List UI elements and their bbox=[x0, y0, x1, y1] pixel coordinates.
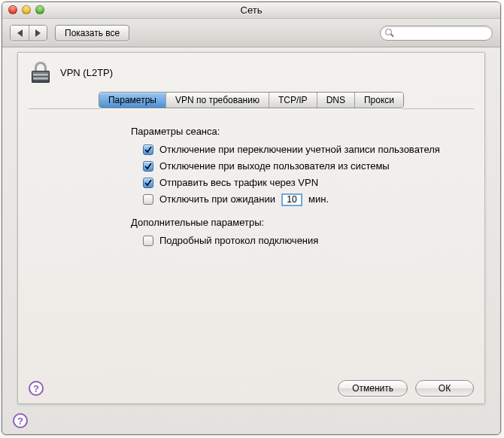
cancel-button[interactable]: Отменить bbox=[338, 380, 408, 397]
window-footer: ? bbox=[2, 407, 500, 434]
minimize-icon[interactable] bbox=[22, 5, 31, 14]
check-icon bbox=[144, 146, 152, 154]
tab-options[interactable]: Параметры bbox=[99, 93, 165, 108]
label-send-all-traffic: Отправить весь трафик через VPN bbox=[159, 176, 318, 190]
tab-proxies[interactable]: Прокси bbox=[354, 93, 403, 108]
checkbox-disconnect-on-switch[interactable] bbox=[143, 144, 153, 155]
check-icon bbox=[144, 163, 152, 170]
search-field[interactable] bbox=[380, 26, 493, 41]
options-pane: Параметры сеанса: Отключение при переклю… bbox=[18, 109, 484, 261]
label-verbose-logging: Подробный протокол подключения bbox=[159, 234, 318, 248]
label-disconnect-on-logout: Отключение при выходе пользователя из си… bbox=[159, 160, 390, 173]
sheet-bottombar: ? Отменить ОК bbox=[18, 373, 484, 403]
advanced-section-title: Дополнительные параметры: bbox=[131, 217, 463, 228]
show-all-button[interactable]: Показать все bbox=[55, 25, 129, 41]
zoom-icon[interactable] bbox=[35, 5, 44, 14]
checkbox-send-all-traffic[interactable] bbox=[143, 178, 153, 188]
tab-on-demand[interactable]: VPN по требованию bbox=[165, 93, 269, 108]
toolbar: Показать все bbox=[2, 19, 500, 47]
forward-button[interactable] bbox=[29, 26, 47, 41]
show-all-label: Показать все bbox=[65, 28, 120, 38]
help-button-main[interactable]: ? bbox=[13, 413, 28, 428]
preferences-window: Сеть Показать все VPN (L2TP) Параметры V bbox=[2, 2, 501, 435]
ok-button[interactable]: ОК bbox=[415, 380, 474, 397]
nav-segment bbox=[10, 25, 47, 41]
label-disconnect-idle-prefix: Отключить при ожидании bbox=[159, 193, 275, 206]
help-button[interactable]: ? bbox=[29, 381, 44, 396]
idle-minutes-input[interactable] bbox=[281, 193, 302, 206]
checkbox-disconnect-idle[interactable] bbox=[143, 194, 153, 205]
back-button[interactable] bbox=[11, 26, 29, 41]
session-section-title: Параметры сеанса: bbox=[131, 126, 463, 137]
checkbox-verbose-logging[interactable] bbox=[143, 236, 153, 246]
chevron-left-icon bbox=[17, 29, 23, 37]
label-disconnect-on-switch: Отключение при переключении учетной запи… bbox=[159, 143, 440, 157]
search-input[interactable] bbox=[388, 27, 501, 39]
check-icon bbox=[144, 179, 152, 187]
tab-tcpip[interactable]: TCP/IP bbox=[269, 93, 317, 108]
checkbox-disconnect-on-logout[interactable] bbox=[143, 161, 153, 172]
window-title: Сеть bbox=[241, 5, 263, 16]
chevron-right-icon bbox=[35, 29, 41, 37]
settings-sheet: VPN (L2TP) Параметры VPN по требованию T… bbox=[17, 52, 485, 404]
tab-dns[interactable]: DNS bbox=[317, 93, 354, 108]
label-disconnect-idle-suffix: мин. bbox=[308, 193, 329, 206]
close-icon[interactable] bbox=[8, 5, 17, 14]
tabs: Параметры VPN по требованию TCP/IP DNS П… bbox=[99, 92, 404, 108]
vpn-title: VPN (L2TP) bbox=[60, 67, 113, 78]
lock-icon bbox=[29, 60, 53, 84]
titlebar: Сеть bbox=[2, 2, 500, 19]
